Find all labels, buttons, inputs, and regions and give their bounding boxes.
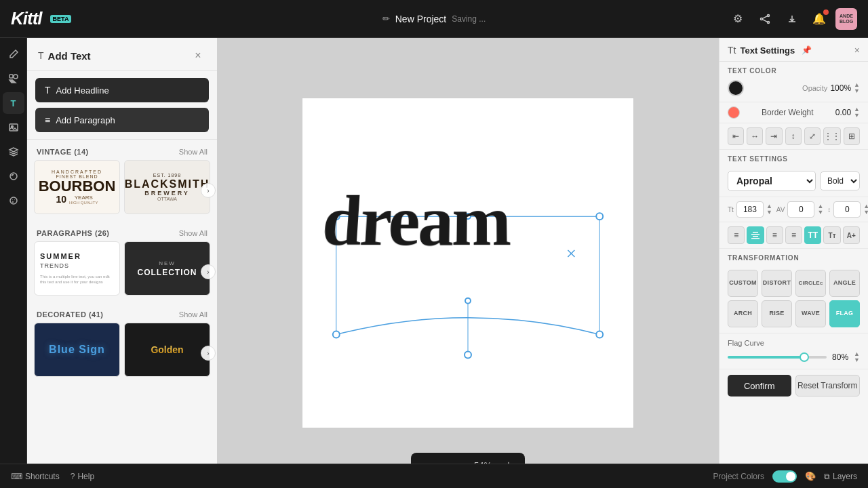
- collection-text: COLLECTION: [138, 268, 197, 277]
- download-button[interactable]: [781, 8, 803, 30]
- text-case-button[interactable]: Tт: [823, 226, 840, 244]
- svg-point-9: [10, 173, 17, 180]
- ls-down-button[interactable]: ▼: [817, 209, 823, 216]
- transform-arch-button[interactable]: ARCH: [728, 300, 758, 327]
- avatar[interactable]: ANDEBLOG: [835, 8, 857, 30]
- more-btn[interactable]: ⋮⋮: [823, 127, 841, 145]
- text-align-right-button[interactable]: ≡: [766, 226, 783, 244]
- text-bold-button[interactable]: TT: [804, 226, 821, 244]
- font-size-icon: Tt: [728, 206, 734, 214]
- text-align-justify-button[interactable]: ≡: [785, 226, 802, 244]
- paragraphs-section-header: PARAGRAPHS (26) Show All: [27, 221, 217, 241]
- align-left-btn[interactable]: ⇤: [728, 127, 744, 145]
- transform-wave-button[interactable]: WAVE: [795, 300, 826, 327]
- reset-transform-button[interactable]: Reset Transform: [795, 375, 861, 396]
- rail-layers-button[interactable]: [3, 141, 24, 163]
- para-summer-card[interactable]: SUMMER TRENDS This is a multiple line te…: [34, 241, 120, 296]
- letter-spacing-input[interactable]: [787, 201, 814, 218]
- text-align-left-button[interactable]: ≡: [728, 226, 745, 244]
- transformation-label: TRANSFORMATION: [719, 249, 868, 264]
- add-headline-button[interactable]: T Add Headline: [35, 78, 209, 102]
- pencil-icon: ✏: [382, 14, 390, 24]
- text-color-swatch[interactable]: [728, 80, 744, 96]
- border-row: Border Weight 0.00 ▲ ▼: [719, 102, 868, 123]
- size-down-button[interactable]: ▼: [766, 209, 772, 216]
- headline-icon: T: [45, 85, 51, 96]
- font-weight-select[interactable]: Bold: [820, 171, 860, 190]
- left-panel: T Add Text × T Add Headline ≡ Add Paragr…: [27, 38, 217, 488]
- canvas-dream-text[interactable]: dream: [319, 181, 510, 262]
- transform-circle-button[interactable]: CIRCLEC: [795, 270, 826, 297]
- para-newcol-card[interactable]: NEW COLLECTION: [124, 241, 210, 296]
- transform-angle-button[interactable]: ANGLE: [829, 270, 860, 297]
- flip-h-btn[interactable]: ⤢: [804, 127, 821, 145]
- deco-bluesign-card[interactable]: Blue Sign: [34, 323, 120, 377]
- topbar-actions: ⚙ 🔔 ANDEBLOG: [727, 8, 857, 30]
- border-down-button[interactable]: ▼: [854, 113, 860, 119]
- palette-button[interactable]: 🎨: [805, 471, 816, 481]
- shortcuts-button[interactable]: ⌨ Shortcuts: [11, 472, 60, 481]
- vintage-bourbon-card[interactable]: HANDCRAFTED FINEST BLEND BOURBON 10 YEAR…: [34, 160, 120, 214]
- opacity-down-button[interactable]: ▼: [854, 88, 860, 94]
- canvas-surface[interactable]: dream: [302, 98, 634, 428]
- text-align-center-button[interactable]: [747, 226, 764, 244]
- rail-shapes-button[interactable]: [3, 68, 24, 89]
- font-size-input[interactable]: [736, 201, 764, 218]
- text-aa-button[interactable]: A+: [843, 226, 860, 244]
- vintage-show-all-button[interactable]: Show All: [179, 148, 208, 156]
- canvas-area[interactable]: dream ← → − 54% +: [217, 38, 719, 488]
- transform-flag-button[interactable]: FLAG: [829, 300, 860, 327]
- panel-close-button[interactable]: ×: [190, 47, 206, 64]
- size-arrows: ▲ ▼: [766, 203, 772, 216]
- right-panel-close-button[interactable]: ×: [854, 45, 860, 56]
- share-button[interactable]: [754, 8, 776, 30]
- confirm-button[interactable]: Confirm: [728, 375, 791, 396]
- help-button[interactable]: ? Help: [71, 472, 94, 481]
- rail-effects-button[interactable]: [3, 165, 24, 187]
- project-name[interactable]: New Project: [395, 14, 446, 24]
- transform-grid: CUSTOM DISTORT CIRCLEC ANGLE ARCH RISE W…: [719, 264, 868, 333]
- center-h-btn[interactable]: ↔: [747, 127, 763, 145]
- add-paragraph-button[interactable]: ≡ Add Paragraph: [35, 108, 209, 132]
- topbar: Kittl BETA ✏ New Project Saving ... ⚙ 🔔 …: [0, 0, 868, 38]
- flip-v-btn[interactable]: ↕: [785, 127, 802, 145]
- border-color-swatch[interactable]: [728, 106, 740, 119]
- icon-rail: T: [0, 38, 27, 488]
- align-right-btn[interactable]: ⇥: [766, 127, 782, 145]
- paragraphs-show-all-button[interactable]: Show All: [179, 229, 208, 237]
- ottawa-text: OTTAWA: [157, 197, 177, 201]
- rail-image-button[interactable]: [3, 117, 24, 138]
- layers-button[interactable]: ⧉ Layers: [824, 472, 857, 481]
- transform-custom-button[interactable]: CUSTOM: [728, 270, 758, 297]
- paragraphs-scroll-arrow[interactable]: ›: [201, 264, 216, 279]
- opacity-row: Opacity 100% ▲ ▼: [802, 82, 860, 94]
- action-buttons: Confirm Reset Transform: [719, 369, 868, 402]
- decorated-scroll-arrow[interactable]: ›: [201, 346, 216, 361]
- vintage-blacksmith-card[interactable]: EST. 1898 BLACKSMITH BREWERY OTTAWA: [124, 160, 210, 214]
- dark-mode-toggle[interactable]: [772, 470, 797, 483]
- transform-rise-button[interactable]: RISE: [762, 300, 792, 327]
- flag-curve-slider[interactable]: [728, 356, 827, 359]
- rail-sticker-button[interactable]: [3, 190, 24, 211]
- font-family-select[interactable]: Apropal: [728, 171, 816, 191]
- shortcuts-label: Shortcuts: [25, 472, 60, 481]
- golden-text: Golden: [151, 344, 183, 355]
- notification-button[interactable]: 🔔: [808, 8, 830, 30]
- distribute-btn[interactable]: ⊞: [844, 127, 860, 145]
- opacity-label: Opacity: [802, 84, 827, 92]
- lh-down-button[interactable]: ▼: [863, 209, 868, 216]
- paragraphs-section-title: PARAGRAPHS (26): [37, 229, 110, 237]
- transform-distort-button[interactable]: DISTORT: [762, 270, 792, 297]
- settings-button[interactable]: ⚙: [727, 8, 749, 30]
- flag-curve-down[interactable]: ▼: [854, 357, 860, 363]
- deco-golden-card[interactable]: Golden: [124, 323, 210, 377]
- rail-text-button[interactable]: T: [3, 92, 24, 114]
- decorated-show-all-button[interactable]: Show All: [179, 310, 208, 319]
- pin-button[interactable]: 📌: [802, 45, 812, 55]
- line-height-icon: ↕: [827, 206, 831, 214]
- letter-spacing-field: AV ▲ ▼: [776, 201, 824, 218]
- rail-edit-button[interactable]: [3, 43, 24, 65]
- line-height-input[interactable]: [833, 201, 861, 218]
- help-icon: ?: [71, 472, 75, 481]
- vintage-scroll-arrow[interactable]: ›: [201, 183, 216, 198]
